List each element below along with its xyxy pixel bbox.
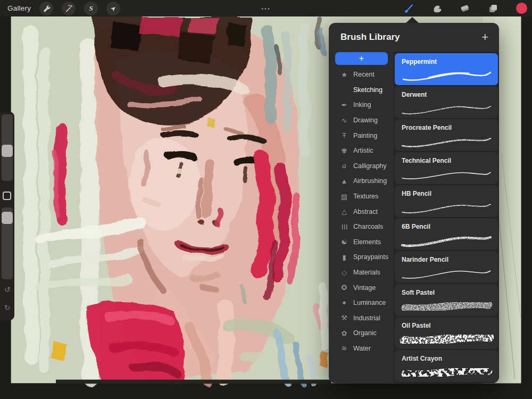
star-icon: ★ xyxy=(339,71,349,78)
gallery-button[interactable]: Gallery xyxy=(7,4,31,12)
brush-name: Procreate Pencil xyxy=(395,119,498,131)
spray-can-icon: ▮ xyxy=(339,254,349,261)
brush-stroke-preview xyxy=(397,167,496,184)
new-brush-set-button[interactable]: + xyxy=(335,52,388,65)
brush-name: HB Pencil xyxy=(395,185,498,197)
category-materials[interactable]: ◇Materials xyxy=(329,265,394,280)
brush-name: Oil Pastel xyxy=(395,317,498,329)
brush-name: Derwent xyxy=(395,86,498,98)
ink-nib-icon: ✒ xyxy=(339,102,349,109)
smudge-tool[interactable] xyxy=(431,3,443,14)
category-label: Artistic xyxy=(353,147,373,154)
brush-stroke-preview xyxy=(397,200,496,217)
actions-button[interactable] xyxy=(39,2,53,15)
brush-item-6b-pencil[interactable]: 6B Pencil xyxy=(395,218,498,250)
active-color-circle xyxy=(516,3,527,14)
bars-icon: ☰ xyxy=(341,222,348,231)
panel-title: Brush Library xyxy=(340,32,481,43)
category-label: Vintage xyxy=(353,284,376,292)
transform-button[interactable]: ➤ xyxy=(106,2,120,15)
brush-item-procreate-pencil[interactable]: Procreate Pencil xyxy=(395,119,498,151)
category-label: Abstract xyxy=(353,208,378,215)
add-brush-button[interactable]: + xyxy=(481,31,488,43)
undo-button[interactable]: ↺ xyxy=(0,285,14,294)
sparkle-icon: ✦ xyxy=(339,300,349,306)
eraser-tool[interactable] xyxy=(459,3,471,14)
selection-button[interactable]: S xyxy=(84,2,98,15)
category-charcoals[interactable]: ☰Charcoals xyxy=(329,219,394,235)
squiggle-icon: ∿ xyxy=(339,117,349,124)
brush-category-list: + ★Recent Sketching ✒Inking ∿Drawing ŦPa… xyxy=(329,52,394,383)
category-elements[interactable]: ☯Elements xyxy=(329,235,394,250)
brush-stroke-preview xyxy=(397,265,496,282)
paint-brush-tool[interactable] xyxy=(403,3,414,14)
category-drawing[interactable]: ∿Drawing xyxy=(329,113,394,128)
brush-item-soft-pastel[interactable]: Soft Pastel xyxy=(395,284,498,316)
brush-size-handle[interactable] xyxy=(2,145,13,157)
category-inking[interactable]: ✒Inking xyxy=(329,97,394,113)
magic-wand-icon xyxy=(65,4,73,12)
category-label: Spraypaints xyxy=(353,253,388,261)
brush-opacity-handle[interactable] xyxy=(2,212,13,224)
brush-item-technical-pencil[interactable]: Technical Pencil xyxy=(395,152,498,184)
category-label: Airbrushing xyxy=(353,177,387,185)
category-calligraphy[interactable]: aCalligraphy xyxy=(329,159,394,174)
layers-tool[interactable] xyxy=(487,3,499,14)
brush-item-narinder-pencil[interactable]: Narinder Pencil xyxy=(395,251,498,283)
category-label: Materials xyxy=(353,269,380,276)
color-swatch[interactable] xyxy=(516,3,527,14)
brush-item-artist-crayon[interactable]: Artist Crayon xyxy=(395,350,498,382)
brush-item-peppermint[interactable]: Peppermint xyxy=(395,53,498,85)
brush-stroke-preview xyxy=(397,232,496,250)
category-artistic[interactable]: ✾Artistic xyxy=(329,143,394,159)
category-label: Charcoals xyxy=(353,223,383,230)
modify-button[interactable] xyxy=(3,192,11,200)
category-label: Industrial xyxy=(353,314,380,322)
brush-stroke-preview xyxy=(397,363,496,381)
category-label: Luminance xyxy=(353,299,386,306)
brush-item-derwent[interactable]: Derwent xyxy=(395,86,498,118)
top-toolbar: Gallery S ➤ ••• xyxy=(0,0,532,16)
brush-item-hb-pencil[interactable]: HB Pencil xyxy=(395,185,498,217)
category-industrial[interactable]: ⚒Industrial xyxy=(329,311,394,326)
category-airbrushing[interactable]: ▲Airbrushing xyxy=(329,173,394,189)
redo-button[interactable]: ↻ xyxy=(0,303,14,312)
category-water[interactable]: ≋Water xyxy=(329,341,394,356)
brush-list: Peppermint Derwent Procreate Pencil xyxy=(394,52,499,383)
eraser-icon xyxy=(460,3,470,14)
category-abstract[interactable]: △Abstract xyxy=(329,204,394,219)
adjustments-button[interactable] xyxy=(62,2,76,15)
brush-name: Soft Pastel xyxy=(395,284,498,296)
category-label: Elements xyxy=(353,238,381,246)
selection-s-icon: S xyxy=(89,4,93,13)
palette-icon: ✾ xyxy=(339,147,349,154)
brush-library-panel: Brush Library + + ★Recent Sketching ✒Ink… xyxy=(329,23,499,383)
category-label: Recent xyxy=(353,71,375,78)
brush-stroke-preview xyxy=(397,297,496,315)
category-spraypaints[interactable]: ▮Spraypaints xyxy=(329,250,394,265)
category-textures[interactable]: ▨Textures xyxy=(329,189,394,204)
brush-item-oil-pastel[interactable]: Oil Pastel xyxy=(395,317,498,349)
brush-stroke-preview xyxy=(397,101,496,118)
hatch-square-icon: ▨ xyxy=(339,193,349,200)
category-luminance[interactable]: ✦Luminance xyxy=(329,295,394,311)
brush-name: 6B Pencil xyxy=(395,218,498,230)
wrench-icon xyxy=(43,4,51,12)
brush-name: Technical Pencil xyxy=(395,152,498,164)
star-circle-icon: ✪ xyxy=(339,284,349,291)
waves-icon: ≋ xyxy=(339,345,349,352)
yin-yang-icon: ☯ xyxy=(339,238,349,245)
smudge-finger-icon xyxy=(431,3,442,14)
cube-icon: ◇ xyxy=(339,269,349,276)
brush-stroke-preview xyxy=(397,68,496,85)
anvil-icon: ⚒ xyxy=(339,314,349,321)
category-sketching[interactable]: Sketching xyxy=(329,82,394,98)
brush-name: Peppermint xyxy=(395,53,498,65)
category-painting[interactable]: ŦPainting xyxy=(329,128,394,143)
category-label: Organic xyxy=(353,329,377,337)
category-recent[interactable]: ★Recent xyxy=(329,67,394,82)
category-label: Drawing xyxy=(353,117,378,124)
category-vintage[interactable]: ✪Vintage xyxy=(329,280,394,295)
category-organic[interactable]: ✿Organic xyxy=(329,326,394,341)
layers-icon xyxy=(488,3,498,14)
